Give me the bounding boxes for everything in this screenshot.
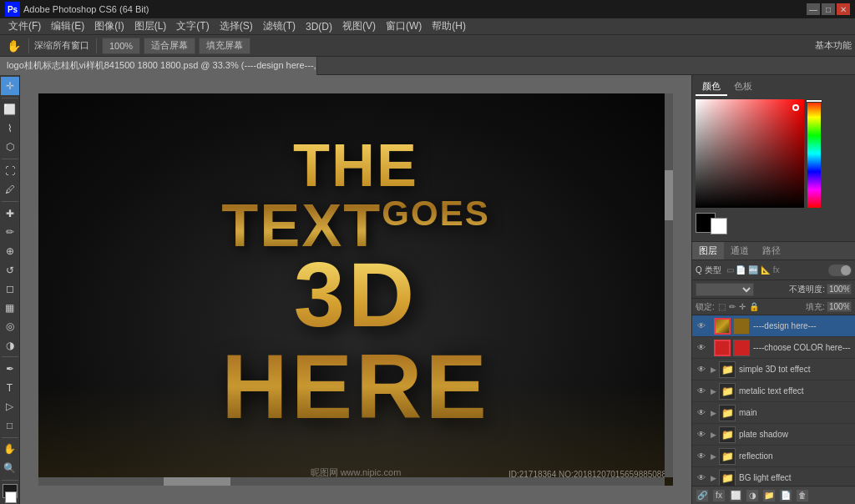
layer-item[interactable]: 👁 ▶ 📁 reflection: [692, 446, 855, 467]
eraser-tool[interactable]: ◻: [1, 280, 19, 298]
brush-tool[interactable]: ✏: [1, 224, 19, 242]
color-boxes: [696, 211, 852, 234]
canvas-scrollbar-vertical[interactable]: [665, 93, 673, 477]
layer-item[interactable]: 👁 ▶ 📁 simple 3D tot effect: [692, 359, 855, 381]
layer-visibility-toggle[interactable]: 👁: [696, 407, 707, 419]
crop-tool[interactable]: ⛶: [1, 162, 19, 180]
delete-layer-button[interactable]: 🗑: [796, 489, 809, 502]
menu-item[interactable]: 3D(D): [301, 21, 337, 33]
close-button[interactable]: ✕: [837, 3, 850, 15]
color-spectrum[interactable]: [696, 99, 804, 208]
new-layer-button[interactable]: 📄: [779, 489, 792, 502]
menu-item[interactable]: 图像(I): [89, 19, 129, 33]
layer-item[interactable]: 👁 ▶ 📁 BG light effect: [692, 467, 855, 486]
layer-expand-icon[interactable]: ▶: [709, 407, 717, 419]
layer-expand-icon[interactable]: ▶: [709, 386, 717, 397]
canvas-scrollbar-horizontal[interactable]: [38, 477, 665, 486]
layer-visibility-toggle[interactable]: 👁: [696, 451, 707, 462]
swatch-tab[interactable]: 色板: [727, 78, 759, 96]
opacity-label: 不透明度:: [789, 284, 825, 295]
canvas-scrollbar-vertical-thumb[interactable]: [665, 170, 673, 220]
tool-separator: [2, 98, 18, 98]
lock-position-icon[interactable]: ✛: [739, 302, 746, 311]
path-select-tool[interactable]: ▷: [1, 397, 19, 416]
lock-all-icon[interactable]: 🔒: [749, 302, 759, 311]
pen-tool[interactable]: ✒: [1, 360, 19, 378]
color-tab[interactable]: 颜色: [696, 78, 727, 96]
dodge-tool[interactable]: ◑: [1, 336, 19, 355]
layer-expand-icon[interactable]: ▶: [709, 364, 717, 375]
zoom-button[interactable]: 100%: [102, 38, 140, 54]
layer-group-button[interactable]: 📁: [762, 489, 776, 502]
channels-tab[interactable]: 通道: [724, 242, 756, 260]
layer-visibility-toggle[interactable]: 👁: [696, 472, 707, 484]
layers-panel-tabs: 图层 通道 路径: [692, 242, 855, 260]
file-tab[interactable]: logo桂机标志桂机vi样机841500 1800 1800.psd @ 33.…: [0, 57, 317, 75]
fit-screen-button[interactable]: 适合屏幕: [144, 38, 195, 54]
hand-tool[interactable]: ✋: [1, 440, 19, 458]
layer-expand-icon[interactable]: ▶: [709, 472, 717, 484]
canvas-content: THE TEXTGOES 3D HERE 昵图网 www.nipic.com I…: [38, 93, 673, 486]
gradient-tool[interactable]: ▦: [1, 299, 19, 317]
fill-input[interactable]: [827, 301, 852, 312]
background-color[interactable]: [5, 491, 17, 503]
layer-expand-icon[interactable]: ▶: [709, 429, 717, 441]
minimize-button[interactable]: —: [807, 3, 820, 15]
eyedropper-tool[interactable]: 🖊: [1, 181, 19, 199]
layer-adjustment-button[interactable]: ◑: [746, 489, 759, 502]
layers-tab[interactable]: 图层: [692, 242, 724, 260]
menu-item[interactable]: 视图(V): [337, 19, 381, 33]
opacity-input[interactable]: [827, 284, 852, 295]
menu-item[interactable]: 编辑(E): [46, 19, 89, 33]
fill-label: 填充:: [806, 301, 825, 313]
color-hue-bar[interactable]: [807, 99, 821, 208]
menu-item[interactable]: 滤镜(T): [258, 19, 301, 33]
blend-mode-select[interactable]: 正常: [696, 283, 754, 296]
layer-list: 👁 ----design here--- 👁 ----choose COLOR …: [692, 315, 855, 486]
paths-tab[interactable]: 路径: [756, 242, 787, 260]
separator2: [96, 38, 97, 53]
layer-item[interactable]: 👁 ▶ 📁 main: [692, 402, 855, 424]
fill-screen-button[interactable]: 填充屏幕: [199, 38, 250, 54]
type-tool[interactable]: T: [1, 379, 19, 397]
menu-item[interactable]: 图层(L): [129, 19, 172, 33]
menu-item[interactable]: 文件(F): [3, 19, 46, 33]
layer-visibility-toggle[interactable]: 👁: [696, 429, 707, 441]
layer-visibility-toggle[interactable]: 👁: [696, 364, 707, 375]
quick-select-tool[interactable]: ⬡: [1, 139, 19, 157]
move-tool[interactable]: ✛: [1, 77, 19, 95]
clone-tool[interactable]: ⊕: [1, 242, 19, 260]
layer-filter-toggle[interactable]: [828, 265, 852, 276]
blur-tool[interactable]: ◎: [1, 317, 19, 335]
menu-item[interactable]: 窗口(W): [381, 19, 427, 33]
lasso-tool[interactable]: ⌇: [1, 119, 19, 138]
lock-transparent-icon[interactable]: ⬚: [718, 302, 726, 311]
layer-visibility-toggle[interactable]: 👁: [696, 342, 707, 354]
layer-filter-icons[interactable]: ▭ 📄 🔤 📐 fx: [726, 265, 780, 275]
background-color-box[interactable]: [711, 218, 727, 234]
layer-item[interactable]: 👁 ----choose COLOR here---: [692, 337, 855, 359]
layer-visibility-toggle[interactable]: 👁: [696, 386, 707, 397]
layer-style-button[interactable]: fx: [712, 489, 726, 502]
layer-item[interactable]: 👁 ▶ 📁 metalic text effect: [692, 381, 855, 402]
menu-item[interactable]: 文字(T): [171, 19, 214, 33]
menu-item[interactable]: 帮助(H): [427, 19, 471, 33]
layer-expand-icon[interactable]: ▶: [709, 451, 717, 462]
zoom-tool[interactable]: 🔍: [1, 459, 19, 477]
layer-visibility-toggle[interactable]: 👁: [696, 320, 707, 332]
layer-folder-thumbnail: 📁: [719, 405, 736, 421]
shape-tool[interactable]: □: [1, 416, 19, 435]
layer-item[interactable]: 👁 ----design here---: [692, 315, 855, 337]
layer-folder-thumbnail: 📁: [719, 361, 736, 378]
layer-item[interactable]: 👁 ▶ 📁 plate shadow: [692, 424, 855, 446]
lock-paint-icon[interactable]: ✏: [729, 302, 736, 311]
hand-tool-icon[interactable]: ✋: [3, 37, 23, 55]
history-tool[interactable]: ↺: [1, 261, 19, 280]
layer-mask-button[interactable]: ⬜: [729, 489, 742, 502]
maximize-button[interactable]: □: [822, 3, 835, 15]
layer-link-button[interactable]: 🔗: [696, 489, 709, 502]
menu-item[interactable]: 选择(S): [215, 19, 258, 33]
healing-tool[interactable]: ✚: [1, 204, 19, 223]
canvas-scrollbar-horizontal-thumb[interactable]: [164, 477, 230, 486]
marquee-tool[interactable]: ⬜: [1, 101, 19, 119]
